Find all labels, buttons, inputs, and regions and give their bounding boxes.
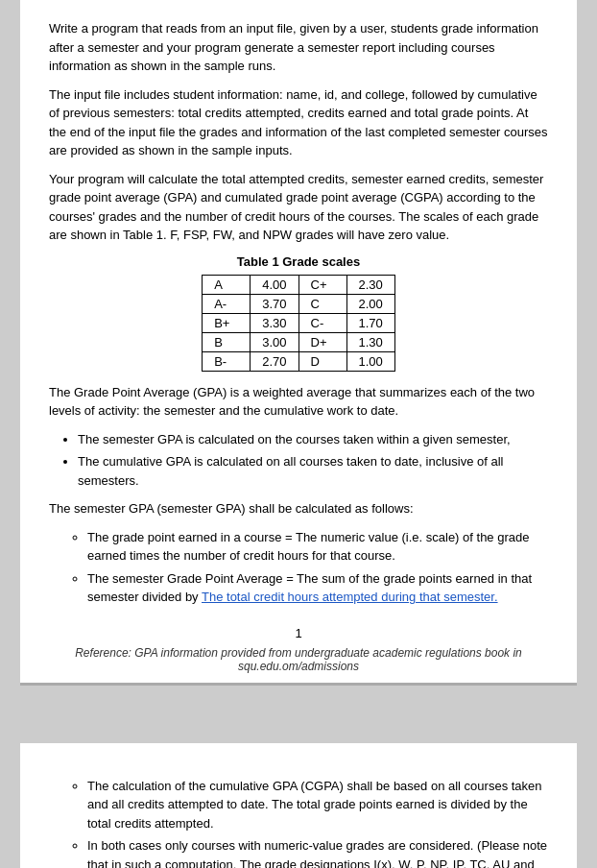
page-number: 1 bbox=[49, 626, 548, 640]
page-2: The calculation of the cumulative GPA (C… bbox=[20, 743, 577, 869]
gpa-intro: The Grade Point Average (GPA) is a weigh… bbox=[49, 383, 548, 421]
semester-gpa-list: The grade point earned in a course = The… bbox=[87, 528, 548, 607]
table-row: B+3.30C-1.70 bbox=[203, 313, 395, 332]
table-cell: 3.30 bbox=[251, 313, 298, 332]
para3: Your program will calculate the total at… bbox=[49, 170, 548, 245]
table-row: A4.00C+2.30 bbox=[203, 275, 395, 294]
table-cell: D bbox=[298, 351, 346, 371]
para1: Write a program that reads from an input… bbox=[49, 19, 548, 76]
table-row: B3.00D+1.30 bbox=[203, 332, 395, 351]
semester-gpa-bullet-1: The grade point earned in a course = The… bbox=[87, 528, 548, 566]
table-row: B-2.70D1.00 bbox=[203, 351, 395, 371]
table-cell: D+ bbox=[298, 332, 346, 351]
semester-gpa-bullet-2: The semester Grade Point Average = The s… bbox=[87, 569, 548, 607]
page-1: Write a program that reads from an input… bbox=[20, 0, 577, 686]
table-cell: B bbox=[203, 332, 251, 351]
gpa-bullet-2: The cumulative GPA is calculated on all … bbox=[78, 452, 548, 490]
table-cell: 2.70 bbox=[251, 351, 298, 371]
table-row: A-3.70C2.00 bbox=[203, 294, 395, 313]
page2-bullet-2: In both cases only courses with numeric-… bbox=[87, 836, 548, 868]
table-cell: 4.00 bbox=[251, 275, 298, 294]
table-cell: B- bbox=[203, 351, 251, 371]
table-cell: 2.00 bbox=[346, 294, 394, 313]
table-cell: C+ bbox=[298, 275, 346, 294]
gpa-bullet-1: The semester GPA is calculated on the co… bbox=[78, 430, 548, 449]
table-cell: 1.30 bbox=[346, 332, 394, 351]
table-cell: A- bbox=[203, 294, 251, 313]
table-cell: 3.00 bbox=[251, 332, 298, 351]
para2: The input file includes student informat… bbox=[49, 85, 548, 160]
page2-bullet-1: The calculation of the cumulative GPA (C… bbox=[87, 777, 548, 833]
grade-table: A4.00C+2.30A-3.70C2.00B+3.30C-1.70B3.00D… bbox=[202, 275, 395, 372]
semester-gpa-intro: The semester GPA (semester GPA) shall be… bbox=[49, 499, 548, 518]
table-section: Table 1 Grade scales A4.00C+2.30A-3.70C2… bbox=[49, 254, 548, 372]
page2-top-list: The calculation of the cumulative GPA (C… bbox=[87, 777, 548, 869]
table-cell: 2.30 bbox=[346, 275, 394, 294]
gpa-list: The semester GPA is calculated on the co… bbox=[78, 430, 548, 491]
table-cell: 1.00 bbox=[346, 351, 394, 371]
reference-text: Reference: GPA information provided from… bbox=[49, 646, 548, 673]
table-cell: B+ bbox=[203, 313, 251, 332]
semester-gpa-blue-text: The total credit hours attempted during … bbox=[202, 590, 498, 604]
table-cell: 3.70 bbox=[251, 294, 298, 313]
table-cell: C- bbox=[298, 313, 346, 332]
table-cell: A bbox=[203, 275, 251, 294]
table-title: Table 1 Grade scales bbox=[49, 254, 548, 269]
table-cell: 1.70 bbox=[346, 313, 394, 332]
page-gap bbox=[0, 686, 577, 743]
table-cell: C bbox=[298, 294, 346, 313]
